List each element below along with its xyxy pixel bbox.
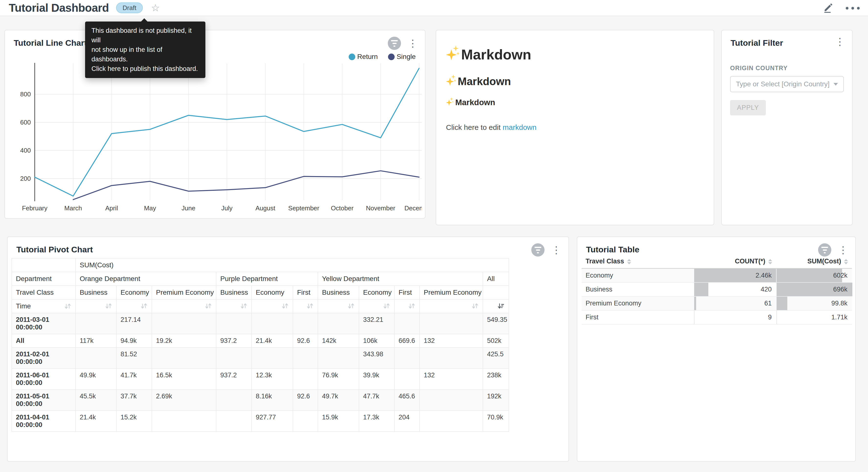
- pivot-cell: 425.5: [483, 348, 509, 368]
- svg-text:600: 600: [20, 119, 31, 126]
- pivot-metric-row: SUM(Cost): [12, 258, 509, 272]
- filter-circle-icon[interactable]: [388, 37, 401, 50]
- pivot-class-header: Business: [216, 286, 252, 299]
- filter-card-title: Tutorial Filter: [731, 38, 783, 48]
- pivot-corner-cell: [12, 258, 75, 272]
- pivot-cell: 39.9k: [359, 368, 394, 390]
- sort-icon[interactable]: [116, 299, 152, 313]
- col-header-travel-class[interactable]: Travel Class: [582, 255, 694, 268]
- publish-tooltip[interactable]: This dashboard is not published, it will…: [85, 22, 206, 78]
- pivot-cell: 12.3k: [252, 368, 293, 390]
- sort-desc-icon[interactable]: [483, 299, 509, 313]
- edit-icon[interactable]: [823, 2, 834, 14]
- pivot-data-row: 2011-02-01 00:00:0081.52343.98425.5: [12, 348, 509, 368]
- pivot-cell: 81.52: [116, 348, 152, 368]
- svg-text:April: April: [105, 204, 118, 212]
- origin-country-label: ORIGIN COUNTRY: [730, 65, 844, 72]
- table-row: Premium Economy 61 99.8k: [582, 296, 852, 311]
- chart-legend: Return Single: [349, 53, 416, 61]
- draft-badge[interactable]: Draft: [116, 2, 143, 13]
- svg-text:October: October: [331, 204, 353, 212]
- pivot-cell: [216, 313, 252, 334]
- kebab-icon[interactable]: ⋮: [838, 245, 848, 255]
- sort-icon[interactable]: [420, 299, 483, 313]
- legend-item-return[interactable]: Return: [349, 53, 378, 61]
- star-icon[interactable]: ☆: [151, 3, 160, 13]
- sort-icon[interactable]: [75, 299, 116, 313]
- pivot-group-header: Orange Department: [75, 272, 216, 286]
- pivot-cell: 927.77: [252, 411, 293, 432]
- pivot-sort-time[interactable]: Time: [12, 299, 75, 313]
- pivot-cell: 15.2k: [116, 411, 152, 432]
- pivot-row-label: 2011-04-01 00:00:00: [12, 411, 75, 432]
- pivot-cell: 465.6: [394, 390, 420, 411]
- kebab-icon[interactable]: ⋮: [551, 245, 561, 255]
- pivot-cell: 70.9k: [483, 411, 509, 432]
- pivot-cell: 21.4k: [75, 411, 116, 432]
- pivot-cell: [420, 390, 483, 411]
- pivot-department-row: DepartmentOrange DepartmentPurple Depart…: [12, 272, 509, 286]
- markdown-h1-text: Markdown: [461, 46, 531, 63]
- pivot-cell: 21.4k: [252, 334, 293, 348]
- pivot-data-row: 2011-03-01 00:00:00217.14332.21549.35: [12, 313, 509, 334]
- header-actions: [823, 0, 860, 16]
- pivot-cell: 47.7k: [359, 390, 394, 411]
- kebab-icon[interactable]: ⋮: [408, 38, 417, 48]
- sort-icon[interactable]: [152, 299, 216, 313]
- pivot-chart-title: Tutorial Pivot Chart: [17, 245, 93, 254]
- col-header-count[interactable]: COUNT(*): [694, 255, 776, 268]
- markdown-h3: Markdown: [446, 97, 704, 108]
- sort-icon[interactable]: [252, 299, 293, 313]
- sort-icon[interactable]: [359, 299, 394, 313]
- pivot-cell: 343.98: [359, 348, 394, 368]
- pivot-cell: [293, 348, 318, 368]
- pivot-data-row: All117k94.9k19.2k937.221.4k92.6142k106k6…: [12, 334, 509, 348]
- sort-icon[interactable]: [318, 299, 359, 313]
- pivot-row-label: 2011-06-01 00:00:00: [12, 368, 75, 390]
- markdown-edit-link[interactable]: markdown: [503, 123, 536, 131]
- legend-item-single[interactable]: Single: [388, 53, 416, 61]
- sort-icon[interactable]: [293, 299, 318, 313]
- sort-icon[interactable]: [216, 299, 252, 313]
- svg-text:December: December: [404, 204, 422, 212]
- pivot-table: SUM(Cost)DepartmentOrange DepartmentPurp…: [11, 258, 509, 432]
- sort-icon[interactable]: [394, 299, 420, 313]
- legend-dot: [388, 54, 395, 60]
- pivot-cell: [420, 411, 483, 432]
- pivot-cell: [394, 313, 420, 334]
- col-header-sum[interactable]: SUM(Cost): [776, 255, 852, 268]
- ellipsis-icon[interactable]: [846, 7, 860, 9]
- svg-text:September: September: [288, 204, 319, 212]
- pivot-cell: [394, 348, 420, 368]
- pivot-cell: 204: [394, 411, 420, 432]
- svg-text:March: March: [64, 204, 82, 212]
- page-title: Tutorial Dashboard: [9, 1, 109, 14]
- travel-class-cell: Business: [582, 283, 694, 296]
- origin-country-select[interactable]: Type or Select [Origin Country]: [730, 76, 844, 92]
- filter-circle-icon[interactable]: [531, 243, 545, 257]
- svg-text:400: 400: [20, 147, 31, 154]
- pivot-cell: 2.69k: [152, 390, 216, 411]
- pivot-cell: 45.5k: [75, 390, 116, 411]
- pivot-cell: 238k: [483, 368, 509, 390]
- select-placeholder: Type or Select [Origin Country]: [736, 80, 830, 88]
- pivot-class-row: Travel ClassBusinessEconomyPremium Econo…: [12, 286, 509, 299]
- pivot-class-header: First: [293, 286, 318, 299]
- pivot-cell: [293, 368, 318, 390]
- filter-circle-icon[interactable]: [818, 243, 831, 257]
- pivot-cell: 49.9k: [75, 368, 116, 390]
- sort-icon: [627, 259, 631, 264]
- pivot-table-grid: SUM(Cost)DepartmentOrange DepartmentPurp…: [11, 258, 509, 432]
- tooltip-line: not show up in the list of dashboards.: [91, 45, 199, 64]
- tooltip-line: Click here to publish this dashboard.: [91, 64, 199, 73]
- pivot-cell: 17.3k: [359, 411, 394, 432]
- pivot-cell: 549.35: [483, 313, 509, 334]
- kebab-icon[interactable]: ⋮: [835, 37, 845, 47]
- apply-button[interactable]: APPLY: [730, 100, 766, 115]
- sort-icon: [768, 259, 772, 264]
- line-chart-card: Tutorial Line Chart ⋮ Return Single 2004…: [4, 30, 426, 218]
- pivot-class-header: Economy: [252, 286, 293, 299]
- svg-text:May: May: [144, 204, 156, 212]
- pivot-col-dim-label: Travel Class: [12, 286, 75, 299]
- pivot-cell: [394, 368, 420, 390]
